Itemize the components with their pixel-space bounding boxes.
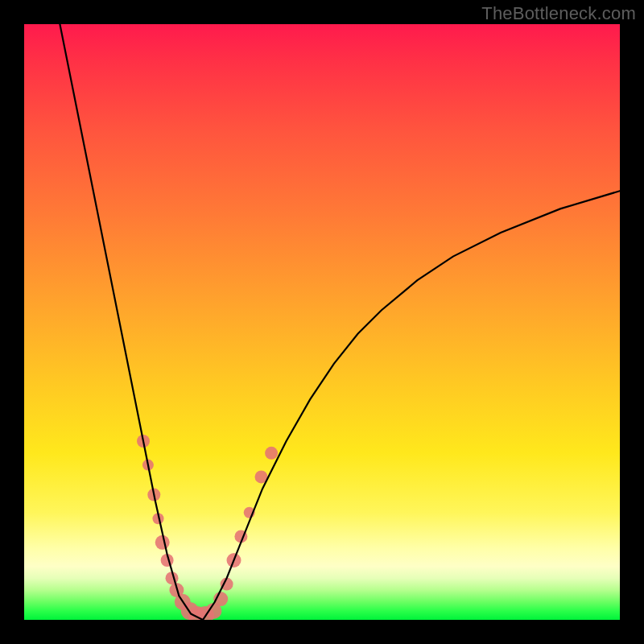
- curve-left: [60, 24, 203, 620]
- marker-layer: [137, 435, 278, 620]
- chart-frame: TheBottleneck.com: [0, 0, 644, 644]
- watermark-text: TheBottleneck.com: [481, 3, 636, 24]
- chart-svg: [24, 24, 620, 620]
- curve-right: [203, 191, 620, 620]
- plot-area: [24, 24, 620, 620]
- marker-dot: [265, 447, 278, 460]
- marker-dot: [155, 535, 170, 550]
